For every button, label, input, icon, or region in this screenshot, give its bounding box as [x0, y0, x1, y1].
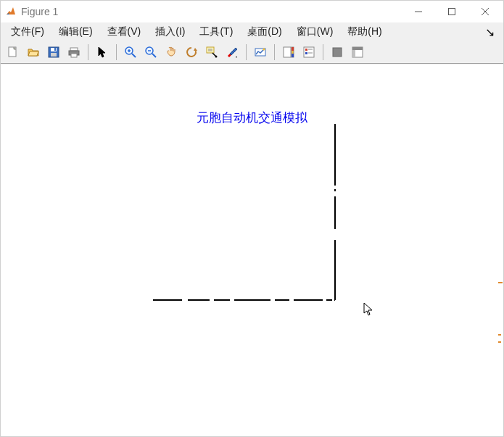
toolbar-separator: [323, 44, 323, 60]
new-file-icon[interactable]: [4, 43, 22, 62]
legend-icon[interactable]: [299, 43, 318, 62]
window-title: Figure 1: [21, 6, 402, 17]
svg-rect-41: [352, 50, 355, 57]
svg-rect-1: [449, 9, 455, 15]
svg-rect-12: [71, 54, 77, 57]
svg-rect-31: [292, 47, 294, 51]
toolbar-separator: [88, 44, 88, 60]
matlab-app-icon: [5, 6, 17, 17]
svg-rect-32: [292, 54, 294, 57]
svg-point-28: [263, 49, 265, 51]
open-file-icon[interactable]: [24, 43, 43, 62]
svg-rect-35: [305, 52, 307, 54]
data-cursor-icon[interactable]: [202, 43, 221, 62]
window-controls: [402, 1, 502, 22]
figure-window: Figure 1 文件(F) 编辑(E) 查看(V) 插入(I) 工具(T) 桌…: [0, 0, 504, 437]
toolbar-separator: [246, 44, 247, 60]
colorbar-icon[interactable]: [279, 43, 298, 62]
close-button[interactable]: [468, 1, 502, 22]
figure-canvas[interactable]: 元胞自动机交通模拟: [1, 64, 503, 436]
save-icon[interactable]: [44, 43, 63, 62]
toolbar-separator: [274, 44, 275, 60]
pan-icon[interactable]: [162, 43, 181, 62]
svg-rect-10: [70, 48, 78, 51]
menu-help[interactable]: 帮助(H): [340, 24, 389, 40]
svg-marker-26: [236, 57, 237, 58]
menu-view[interactable]: 查看(V): [100, 24, 149, 40]
menu-window[interactable]: 窗口(W): [289, 24, 341, 40]
title-bar: Figure 1: [1, 1, 503, 22]
print-icon[interactable]: [65, 43, 83, 62]
menu-file[interactable]: 文件(F): [4, 24, 51, 40]
svg-rect-9: [54, 48, 56, 51]
svg-point-25: [215, 56, 218, 58]
link-axes-icon[interactable]: [251, 43, 270, 62]
menu-tools[interactable]: 工具(T): [192, 24, 240, 40]
svg-rect-8: [51, 53, 57, 57]
svg-line-18: [152, 54, 156, 57]
svg-rect-38: [333, 48, 342, 57]
toolbar: [1, 41, 503, 64]
svg-rect-40: [352, 47, 363, 50]
plot-content: [153, 124, 336, 301]
brush-icon[interactable]: [223, 43, 241, 62]
hide-plot-tools-icon[interactable]: [328, 43, 347, 62]
axes[interactable]: [153, 124, 336, 301]
svg-line-14: [132, 54, 136, 57]
svg-marker-20: [194, 48, 197, 51]
pointer-icon[interactable]: [93, 43, 112, 62]
show-plot-tools-icon[interactable]: [348, 43, 367, 62]
rotate-icon[interactable]: [182, 43, 201, 62]
menu-insert[interactable]: 插入(I): [148, 24, 192, 40]
zoom-out-icon[interactable]: [141, 43, 160, 62]
svg-rect-21: [207, 47, 214, 53]
dock-menu-icon[interactable]: ↘: [479, 25, 500, 39]
maximize-button[interactable]: [435, 1, 468, 22]
zoom-in-icon[interactable]: [121, 43, 140, 62]
svg-rect-29: [284, 47, 291, 57]
scrollbar-marks: [498, 282, 503, 349]
menu-desktop[interactable]: 桌面(D): [240, 24, 289, 40]
mouse-cursor-icon: [363, 302, 375, 319]
svg-rect-34: [305, 49, 307, 51]
menu-edit[interactable]: 编辑(E): [51, 24, 100, 40]
toolbar-separator: [116, 44, 117, 60]
menu-bar: 文件(F) 编辑(E) 查看(V) 插入(I) 工具(T) 桌面(D) 窗口(W…: [1, 22, 503, 41]
minimize-button[interactable]: [402, 1, 435, 22]
